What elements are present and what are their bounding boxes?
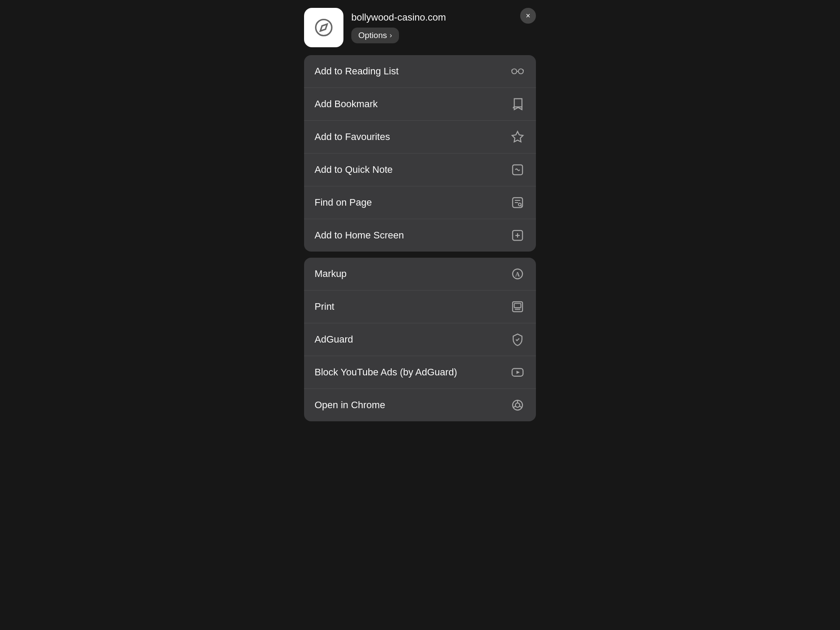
overlay: bollywood-casino.com Options › × Add to … [0,0,840,630]
svg-line-13 [521,206,522,207]
menu-item-quick-note[interactable]: Add to Quick Note [304,154,536,186]
bookmark-label: Add Bookmark [315,98,378,110]
menu-item-reading-list[interactable]: Add to Reading List [304,55,536,88]
menu-item-open-chrome[interactable]: Open in Chrome [304,389,536,421]
svg-marker-7 [512,132,523,142]
menu-item-markup[interactable]: Markup A [304,258,536,290]
menu-item-adguard[interactable]: AdGuard [304,323,536,356]
book-icon [510,98,525,111]
svg-rect-20 [514,304,521,308]
markup-label: Markup [315,268,346,280]
note-icon [510,163,525,176]
open-chrome-label: Open in Chrome [315,399,385,411]
svg-line-28 [520,406,522,408]
svg-point-12 [518,203,521,206]
menu-item-print[interactable]: Print [304,290,536,323]
menu-group-2: Markup A Print [304,258,536,421]
find-on-page-label: Find on Page [315,197,372,208]
reading-list-label: Add to Reading List [315,66,399,77]
star-icon [510,130,525,144]
panel-header: bollywood-casino.com Options › × [304,8,536,55]
favourites-label: Add to Favourites [315,131,390,143]
find-icon [510,196,525,209]
menu-item-find-on-page[interactable]: Find on Page [304,186,536,219]
home-screen-label: Add to Home Screen [315,230,404,241]
share-panel: bollywood-casino.com Options › × Add to … [304,8,536,427]
quick-note-label: Add to Quick Note [315,164,393,175]
header-info: bollywood-casino.com Options › [351,12,446,43]
markup-icon: A [510,267,525,280]
svg-point-3 [518,69,523,74]
menu-group-1: Add to Reading List Add Bookmark [304,55,536,252]
close-button[interactable]: × [520,8,536,24]
compass-icon [314,18,333,37]
svg-marker-1 [320,24,327,31]
svg-line-29 [513,406,516,408]
adguard-icon [510,333,525,346]
chevron-right-icon: › [389,31,392,40]
adguard-label: AdGuard [315,334,353,345]
menu-item-favourites[interactable]: Add to Favourites [304,121,536,154]
block-youtube-label: Block YouTube Ads (by AdGuard) [315,367,457,378]
options-button[interactable]: Options › [351,28,399,43]
print-icon [510,300,525,313]
site-url: bollywood-casino.com [351,12,446,23]
svg-point-0 [316,20,332,36]
site-icon [304,8,343,47]
menu-item-bookmark[interactable]: Add Bookmark [304,88,536,121]
chrome-icon [510,399,525,412]
youtube-icon [510,366,525,379]
svg-marker-24 [517,371,520,374]
menu-item-block-youtube[interactable]: Block YouTube Ads (by AdGuard) [304,356,536,389]
menu-item-home-screen[interactable]: Add to Home Screen [304,219,536,252]
svg-point-2 [512,69,517,74]
glasses-icon [510,65,525,78]
plus-square-icon [510,229,525,242]
svg-point-26 [515,403,520,407]
svg-text:A: A [515,271,520,278]
print-label: Print [315,301,334,312]
